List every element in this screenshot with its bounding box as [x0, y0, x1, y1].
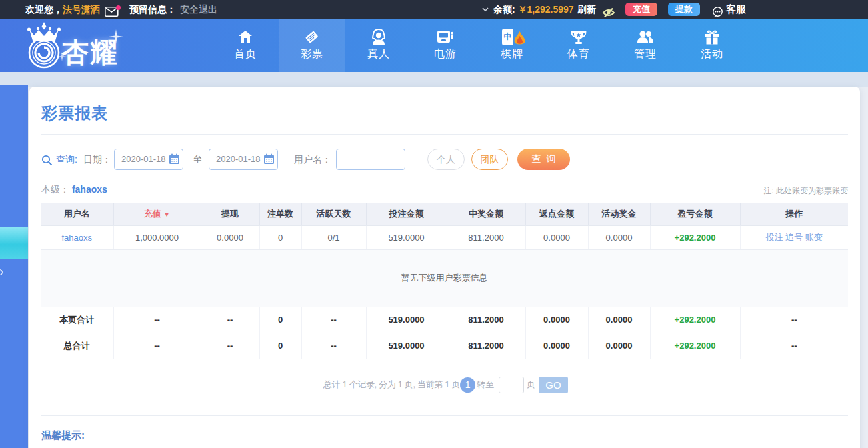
svg-text:中: 中	[504, 32, 512, 41]
